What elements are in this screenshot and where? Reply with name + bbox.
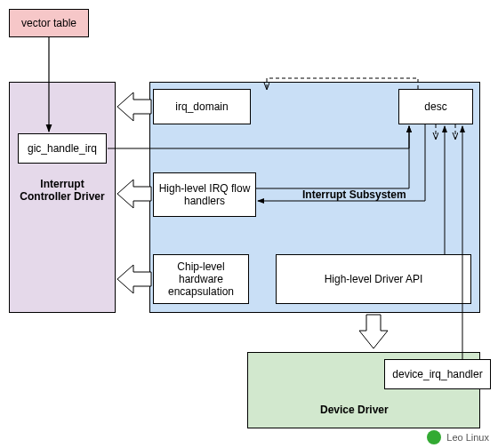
block-arrow-driver-api-down (359, 315, 388, 348)
edge-desc-to-flow (258, 124, 425, 201)
block-arrow-chip-level (117, 265, 151, 293)
arrows-layer (0, 0, 498, 448)
block-arrow-high-level-flow (117, 180, 151, 208)
wechat-icon (427, 430, 441, 444)
edge-desc-dash-left (267, 78, 418, 89)
footer: Leo Linux (427, 430, 489, 444)
footer-text: Leo Linux (446, 432, 489, 443)
block-arrow-irq-domain (117, 92, 151, 121)
